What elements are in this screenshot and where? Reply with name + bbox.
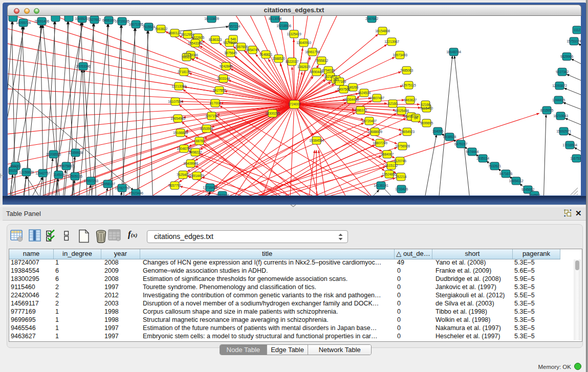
svg-text:8990448: 8990448 bbox=[310, 70, 323, 74]
svg-text:2087682: 2087682 bbox=[365, 17, 378, 20]
svg-text:1292344: 1292344 bbox=[216, 193, 229, 196]
svg-text:16543382: 16543382 bbox=[188, 41, 203, 45]
svg-text:7663822: 7663822 bbox=[155, 27, 167, 31]
svg-text:8454749: 8454749 bbox=[246, 48, 259, 52]
svg-text:16914479: 16914479 bbox=[189, 174, 204, 178]
svg-text:16782759: 16782759 bbox=[115, 186, 129, 190]
svg-text:17359928: 17359928 bbox=[68, 151, 83, 155]
svg-text:1527602: 1527602 bbox=[88, 18, 101, 21]
svg-text:11325419: 11325419 bbox=[287, 32, 301, 36]
svg-text:8322605: 8322605 bbox=[191, 36, 204, 39]
svg-text:20691406: 20691406 bbox=[34, 19, 49, 23]
svg-text:39151: 39151 bbox=[9, 169, 18, 172]
svg-text:9463627: 9463627 bbox=[404, 98, 417, 102]
svg-text:15751074: 15751074 bbox=[567, 39, 581, 43]
svg-text:3624534: 3624534 bbox=[358, 91, 371, 95]
svg-text:546: 546 bbox=[230, 37, 236, 41]
svg-text:16671355: 16671355 bbox=[128, 23, 143, 26]
svg-text:8215955: 8215955 bbox=[540, 108, 553, 112]
svg-text:12505135: 12505135 bbox=[68, 174, 82, 178]
svg-text:12156829: 12156829 bbox=[19, 170, 34, 174]
svg-text:19218506: 19218506 bbox=[276, 24, 291, 28]
svg-text:10688609: 10688609 bbox=[367, 130, 382, 134]
svg-text:9227342: 9227342 bbox=[556, 70, 569, 74]
svg-text:164095: 164095 bbox=[432, 129, 444, 133]
svg-text:1244415: 1244415 bbox=[552, 98, 565, 102]
svg-text:13716485: 13716485 bbox=[203, 186, 217, 189]
svg-text:8471676: 8471676 bbox=[499, 172, 512, 176]
svg-text:8660124: 8660124 bbox=[168, 31, 181, 35]
svg-text:8938928: 8938928 bbox=[443, 135, 456, 139]
svg-text:10654112: 10654112 bbox=[509, 179, 524, 183]
svg-text:7955812: 7955812 bbox=[315, 59, 328, 62]
svg-text:64: 64 bbox=[414, 116, 418, 120]
svg-text:10807487: 10807487 bbox=[369, 96, 384, 100]
svg-text:3267150: 3267150 bbox=[205, 114, 218, 118]
svg-text:7625402: 7625402 bbox=[177, 173, 189, 177]
svg-text:13942757: 13942757 bbox=[35, 171, 50, 175]
svg-text:8186323: 8186323 bbox=[209, 38, 222, 41]
svg-text:30975887: 30975887 bbox=[59, 164, 74, 168]
svg-text:9242845: 9242845 bbox=[220, 64, 232, 68]
svg-text:20053346: 20053346 bbox=[76, 64, 91, 68]
svg-text:14055724: 14055724 bbox=[16, 21, 31, 25]
svg-text:10973493: 10973493 bbox=[393, 53, 407, 57]
svg-text:5498222: 5498222 bbox=[189, 150, 202, 154]
svg-text:6479197: 6479197 bbox=[454, 142, 467, 146]
svg-text:1353594: 1353594 bbox=[200, 127, 213, 130]
svg-text:10958107: 10958107 bbox=[100, 182, 115, 186]
svg-text:1167534: 1167534 bbox=[570, 157, 581, 160]
svg-text:7386372: 7386372 bbox=[354, 108, 367, 112]
svg-text:6466160: 6466160 bbox=[102, 18, 115, 22]
svg-text:7632621: 7632621 bbox=[488, 164, 501, 168]
svg-text:15692971: 15692971 bbox=[556, 129, 571, 133]
svg-text:3875645: 3875645 bbox=[224, 51, 237, 55]
svg-text:2803144: 2803144 bbox=[217, 77, 230, 80]
svg-text:18300295: 18300295 bbox=[265, 112, 280, 115]
svg-text:9245652: 9245652 bbox=[521, 188, 534, 191]
svg-text:746266: 746266 bbox=[347, 85, 359, 89]
svg-text:859061: 859061 bbox=[10, 164, 21, 168]
svg-text:14136141: 14136141 bbox=[374, 184, 388, 187]
svg-text:252214: 252214 bbox=[396, 175, 407, 179]
svg-text:19654985: 19654985 bbox=[170, 117, 185, 120]
svg-text:16648784: 16648784 bbox=[446, 50, 461, 54]
svg-text:12093872: 12093872 bbox=[552, 84, 567, 87]
svg-text:8878: 8878 bbox=[195, 139, 203, 143]
svg-text:15720407: 15720407 bbox=[362, 119, 377, 123]
svg-text:13524855: 13524855 bbox=[382, 172, 397, 176]
svg-text:1733426: 1733426 bbox=[395, 187, 408, 191]
svg-text:12213967: 12213967 bbox=[384, 40, 399, 43]
svg-text:10025458: 10025458 bbox=[394, 109, 409, 113]
svg-text:12923446: 12923446 bbox=[128, 191, 143, 195]
svg-text:62160: 62160 bbox=[388, 102, 398, 105]
svg-text:13640910: 13640910 bbox=[296, 41, 311, 45]
svg-text:1724007: 1724007 bbox=[288, 102, 300, 106]
svg-text:18807249: 18807249 bbox=[373, 141, 387, 145]
svg-text:9329966: 9329966 bbox=[560, 55, 573, 58]
svg-text:17957253: 17957253 bbox=[83, 179, 98, 183]
svg-text:1120746: 1120746 bbox=[394, 159, 406, 163]
svg-text:16409948: 16409948 bbox=[183, 162, 198, 165]
svg-text:19166825: 19166825 bbox=[173, 131, 188, 135]
svg-text:1362615: 1362615 bbox=[297, 65, 310, 69]
svg-text:10756928: 10756928 bbox=[395, 144, 410, 148]
svg-text:16107554: 16107554 bbox=[168, 100, 183, 103]
svg-text:62166: 62166 bbox=[421, 103, 430, 106]
svg-text:20364436: 20364436 bbox=[344, 98, 359, 101]
svg-text:6794028: 6794028 bbox=[322, 69, 335, 72]
svg-text:1588520: 1588520 bbox=[272, 57, 285, 60]
svg-text:16961758: 16961758 bbox=[305, 50, 320, 54]
svg-text:417004: 417004 bbox=[210, 101, 221, 105]
svg-text:10655267: 10655267 bbox=[75, 17, 90, 20]
svg-text:8427552: 8427552 bbox=[213, 89, 226, 92]
svg-text:2718176: 2718176 bbox=[178, 70, 190, 74]
svg-text:98961: 98961 bbox=[182, 55, 191, 59]
svg-text:8322037: 8322037 bbox=[286, 60, 298, 63]
svg-text:19654923: 19654923 bbox=[400, 130, 415, 134]
svg-text:9884067: 9884067 bbox=[381, 152, 394, 156]
svg-text:9699695: 9699695 bbox=[420, 121, 433, 125]
svg-text:1615132: 1615132 bbox=[385, 164, 398, 167]
svg-text:10719185: 10719185 bbox=[115, 19, 129, 23]
svg-text:12975115: 12975115 bbox=[401, 83, 416, 87]
